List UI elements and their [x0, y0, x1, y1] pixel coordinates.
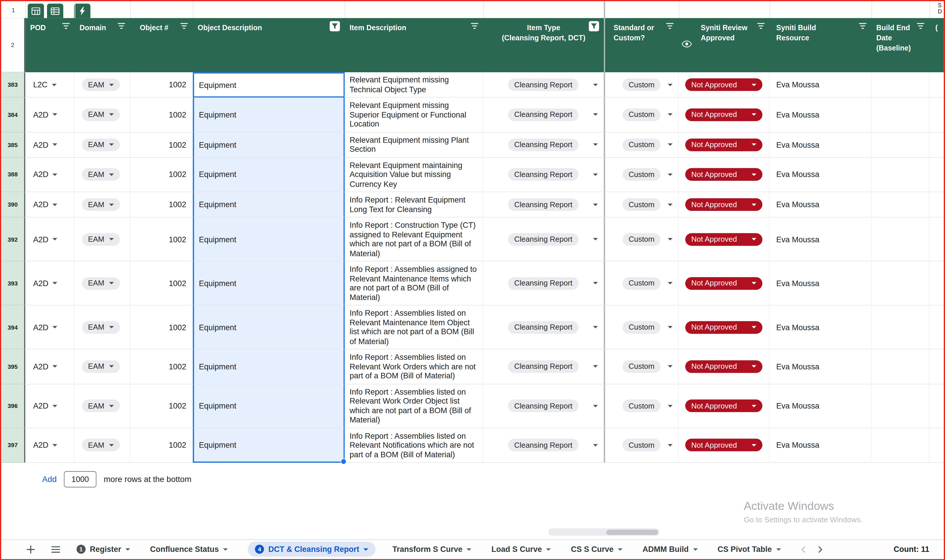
item-type-dropdown[interactable]: Cleansing Report — [483, 349, 604, 384]
sheet-tab-transform-s-curve[interactable]: Transform S Curve — [392, 545, 472, 554]
row-number[interactable]: 392 — [1, 218, 25, 262]
review-status-chip[interactable]: Not Approved — [685, 78, 762, 91]
sheet-tab-cs-s-curve[interactable]: CS S Curve — [571, 545, 623, 554]
prev-tabs-icon[interactable] — [801, 546, 806, 553]
standard-custom-chip[interactable]: Custom — [623, 138, 660, 151]
review-status-chip[interactable]: Not Approved — [685, 138, 762, 151]
domain-chip[interactable]: EAM — [82, 78, 120, 91]
build-end-date-cell[interactable] — [871, 132, 929, 158]
object-number-cell[interactable]: 1002 — [130, 349, 193, 384]
standard-custom-dropdown[interactable]: Custom — [604, 306, 679, 350]
item-type-chip[interactable]: Cleansing Report — [508, 321, 579, 334]
build-end-date-cell[interactable] — [871, 349, 929, 384]
filter-icon[interactable] — [917, 22, 924, 29]
item-description-cell[interactable]: Relevant Equipment missing Plant Section — [345, 132, 483, 158]
domain-dropdown[interactable]: EAM — [75, 97, 130, 132]
review-status-dropdown[interactable]: Not Approved — [679, 306, 770, 350]
domain-chip[interactable]: EAM — [82, 138, 120, 151]
row-number[interactable]: 383 — [1, 72, 25, 97]
item-description-cell[interactable]: Info Report : Relevant Equipment Long Te… — [345, 192, 483, 217]
object-number-cell[interactable]: 1002 — [130, 72, 193, 97]
review-status-chip[interactable]: Not Approved — [685, 233, 762, 246]
review-status-dropdown[interactable]: Not Approved — [679, 262, 770, 306]
object-description-cell[interactable]: Equipment — [193, 218, 345, 262]
object-description-cell[interactable]: Equipment — [193, 306, 345, 350]
object-description-cell[interactable]: Equipment — [193, 158, 345, 192]
build-end-date-cell[interactable] — [871, 262, 929, 306]
pod-dropdown[interactable]: A2D — [25, 306, 75, 350]
active-filter-icon[interactable] — [330, 21, 340, 31]
item-type-chip[interactable]: Cleansing Report — [508, 168, 579, 181]
review-status-chip[interactable]: Not Approved — [685, 198, 762, 211]
all-sheets-menu-icon[interactable] — [51, 546, 60, 553]
pod-dropdown[interactable]: A2D — [25, 428, 75, 463]
build-end-date-cell[interactable] — [871, 72, 929, 97]
build-resource-cell[interactable]: Eva Moussa — [770, 428, 871, 463]
pod-dropdown[interactable]: A2D — [25, 158, 75, 192]
object-description-cell[interactable]: Equipment — [193, 192, 345, 217]
review-status-dropdown[interactable]: Not Approved — [679, 349, 770, 384]
row-number[interactable]: 385 — [1, 132, 25, 158]
item-type-dropdown[interactable]: Cleansing Report — [483, 384, 604, 428]
scrollbar-thumb[interactable] — [606, 529, 658, 535]
header-stdcustom[interactable]: Standard or Custom? — [604, 18, 679, 72]
bolt-chip-icon[interactable] — [74, 3, 90, 18]
standard-custom-dropdown[interactable]: Custom — [604, 97, 679, 132]
grid-view-chip-icon[interactable] — [47, 3, 63, 18]
object-number-cell[interactable]: 1002 — [130, 428, 193, 463]
build-end-date-cell[interactable] — [871, 384, 929, 428]
item-description-cell[interactable]: Relevant Equipment maintaining Acquisiti… — [345, 158, 483, 192]
item-type-chip[interactable]: Cleansing Report — [508, 233, 579, 246]
header-resource[interactable]: Syniti Build Resource — [770, 18, 871, 72]
sheet-tab-cs-pivot-table[interactable]: CS Pivot Table — [717, 545, 781, 554]
header-builddate[interactable]: Build End Date (Baseline) — [871, 18, 929, 72]
object-number-cell[interactable]: 1002 — [130, 262, 193, 306]
pod-dropdown[interactable]: A2D — [25, 384, 75, 428]
header-pod[interactable]: POD — [25, 18, 75, 72]
row-number[interactable]: 397 — [1, 428, 25, 463]
item-description-cell[interactable]: Info Report : Assemblies assigned to Rel… — [345, 262, 483, 306]
filter-icon[interactable] — [471, 22, 479, 29]
standard-custom-dropdown[interactable]: Custom — [604, 192, 679, 217]
row-number[interactable]: 388 — [1, 158, 25, 192]
header-objnum[interactable]: Object # — [130, 18, 193, 72]
header-itemtype[interactable]: Item Type (Cleansing Report, DCT) — [483, 18, 604, 72]
review-status-chip[interactable]: Not Approved — [685, 277, 762, 289]
item-type-chip[interactable]: Cleansing Report — [508, 400, 579, 412]
review-status-dropdown[interactable]: Not Approved — [679, 192, 770, 217]
domain-chip[interactable]: EAM — [82, 233, 120, 246]
review-status-dropdown[interactable]: Not Approved — [679, 97, 770, 132]
item-description-cell[interactable]: Info Report : Construction Type (CT) ass… — [345, 218, 483, 262]
item-type-chip[interactable]: Cleansing Report — [508, 198, 579, 211]
review-status-dropdown[interactable]: Not Approved — [679, 428, 770, 463]
standard-custom-dropdown[interactable]: Custom — [604, 384, 679, 428]
next-tabs-icon[interactable] — [817, 546, 822, 553]
item-type-dropdown[interactable]: Cleansing Report — [483, 132, 604, 158]
domain-chip[interactable]: EAM — [82, 198, 120, 211]
domain-dropdown[interactable]: EAM — [75, 192, 130, 217]
filter-icon[interactable] — [666, 22, 674, 29]
standard-custom-chip[interactable]: Custom — [623, 168, 660, 181]
object-description-cell[interactable]: Equipment — [193, 97, 345, 132]
build-resource-cell[interactable]: Eva Moussa — [770, 349, 871, 384]
item-type-chip[interactable]: Cleansing Report — [508, 439, 579, 451]
object-description-cell[interactable]: Equipment — [193, 262, 345, 306]
row-number[interactable]: 384 — [1, 97, 25, 132]
standard-custom-chip[interactable]: Custom — [623, 108, 660, 121]
item-type-dropdown[interactable]: Cleansing Report — [483, 262, 604, 306]
sheet-tab-register[interactable]: 1Register — [77, 545, 130, 554]
pod-dropdown[interactable]: A2D — [25, 97, 75, 132]
review-status-dropdown[interactable]: Not Approved — [679, 132, 770, 158]
object-number-cell[interactable]: 1002 — [130, 158, 193, 192]
build-end-date-cell[interactable] — [871, 158, 929, 192]
header-domain[interactable]: Domain — [75, 18, 130, 72]
sheet-tab-admm-build[interactable]: ADMM Build — [643, 545, 698, 554]
item-description-cell[interactable]: Info Report : Assemblies listed on Relev… — [345, 306, 483, 350]
item-type-dropdown[interactable]: Cleansing Report — [483, 192, 604, 217]
review-status-chip[interactable]: Not Approved — [685, 168, 762, 181]
sheet-tab-confluence-status[interactable]: Confluence Status — [150, 545, 228, 554]
standard-custom-dropdown[interactable]: Custom — [604, 349, 679, 384]
build-resource-cell[interactable]: Eva Moussa — [770, 132, 871, 158]
object-description-cell[interactable]: Equipment — [193, 428, 345, 463]
build-end-date-cell[interactable] — [871, 97, 929, 132]
